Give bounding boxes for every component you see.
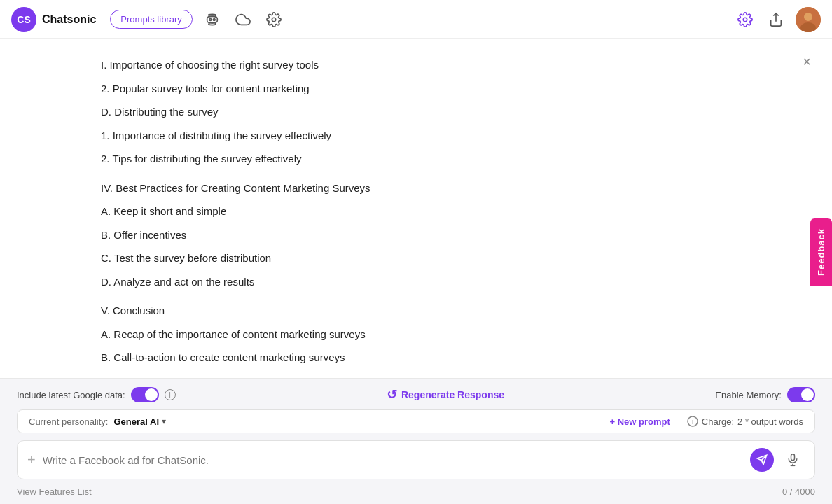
new-prompt-button[interactable]: + New prompt [609,416,670,427]
logo-area: CS Chatsonic [11,7,96,32]
content-line-12: A. Recap of the importance of content ma… [101,326,731,344]
memory-toggle-knob [801,388,814,401]
feedback-tab[interactable]: Feedback [810,218,832,286]
personality-label: Current personality: [29,416,108,427]
memory-area: Enable Memory: [715,387,815,402]
memory-toggle[interactable] [787,387,815,402]
enable-memory-label: Enable Memory: [715,390,782,400]
content-line-1: I. Importance of choosing the right surv… [101,56,731,74]
personality-bar: Current personality: General AI ▾ + New … [17,410,815,433]
regenerate-icon: ↺ [387,387,397,402]
header: CS Chatsonic Prompts library [0,0,832,39]
settings-icon[interactable] [263,8,285,31]
google-data-info-icon[interactable]: i [165,389,176,400]
char-count: 0 / 4000 [782,486,815,497]
content-line-9: C. Test the survey before distribution [101,249,731,267]
avatar[interactable] [796,7,821,32]
main-area: I. Importance of choosing the right surv… [0,39,832,504]
personality-dropdown[interactable]: General AI ▾ [113,416,166,427]
logo-circle: CS [11,7,36,32]
svg-point-1 [213,18,215,20]
cloud-icon[interactable] [232,8,254,31]
personality-value: General AI [113,416,159,427]
chat-scroll[interactable]: I. Importance of choosing the right surv… [0,39,832,378]
settings2-icon[interactable] [734,8,756,31]
svg-rect-13 [791,454,795,461]
charge-info-icon: i [687,416,698,427]
content-line-13: B. Call-to-action to create content mark… [101,349,731,367]
content-block-4: With this outline, you can create a deta… [101,378,731,379]
charge-label: Charge: [702,416,734,427]
discord-icon[interactable] [201,8,223,31]
content-block-3: V. Conclusion A. Recap of the importance… [101,302,731,367]
svg-point-7 [804,13,812,21]
content-line-6: IV. Best Practices for Creating Content … [101,179,731,197]
content-block-1: I. Importance of choosing the right surv… [101,56,731,168]
google-data-area: Include latest Google data: i [17,387,176,402]
input-plus-icon[interactable]: + [27,452,36,468]
chat-content: I. Importance of choosing the right surv… [101,56,731,378]
svg-text:i: i [692,418,693,426]
logo-name: Chatsonic [42,13,96,26]
svg-rect-2 [207,16,217,22]
svg-point-3 [272,18,276,22]
content-paragraph: With this outline, you can create a deta… [101,378,731,379]
chat-input[interactable] [43,454,743,466]
content-line-7: A. Keep it short and simple [101,202,731,220]
chevron-down-icon: ▾ [162,416,166,426]
content-line-2: 2. Popular survey tools for content mark… [101,80,731,98]
google-data-label: Include latest Google data: [17,390,125,400]
content-line-4: 1. Importance of distributing the survey… [101,127,731,145]
charge-value: 2 * output words [737,416,803,427]
mic-button[interactable] [781,448,805,472]
google-data-toggle[interactable] [131,387,159,402]
bottom-bar: Include latest Google data: i ↺ Regenera… [0,378,832,504]
footer-row: View Features List 0 / 4000 [17,486,815,504]
header-right [734,7,821,32]
input-area: + [17,440,815,479]
content-line-11: V. Conclusion [101,302,731,320]
svg-point-0 [209,18,212,20]
share-icon[interactable] [765,8,787,31]
toggle-knob [145,388,158,401]
send-button[interactable] [750,448,774,472]
logo-initials: CS [17,14,30,25]
regenerate-button[interactable]: ↺ Regenerate Response [387,387,504,402]
content-line-10: D. Analyze and act on the results [101,273,731,291]
prompts-library-button[interactable]: Prompts library [110,10,192,29]
content-line-5: 2. Tips for distributing the survey effe… [101,150,731,168]
svg-point-4 [743,18,747,22]
content-line-3: D. Distributing the survey [101,103,731,121]
view-features-link[interactable]: View Features List [17,486,92,497]
charge-info: i Charge: 2 * output words [687,416,803,427]
bottom-controls-row: Include latest Google data: i ↺ Regenera… [17,387,815,402]
content-block-2: IV. Best Practices for Creating Content … [101,179,731,291]
close-button[interactable]: × [796,50,818,73]
content-line-8: B. Offer incentives [101,226,731,244]
